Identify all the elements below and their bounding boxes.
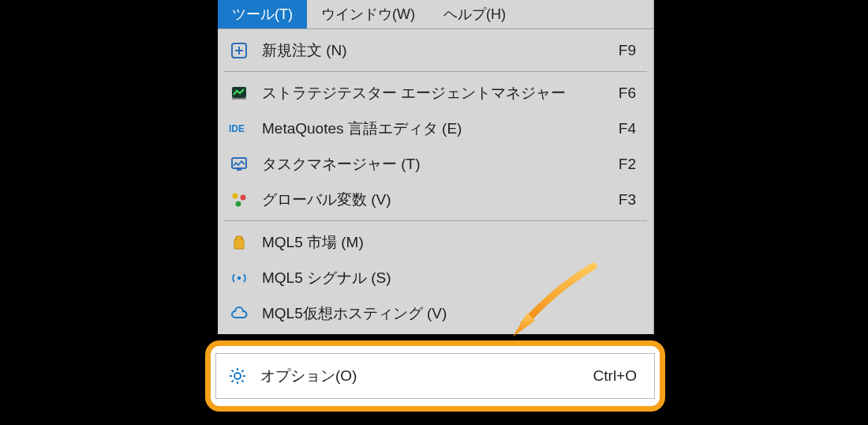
market-icon [229,232,249,253]
ide-icon: IDE [229,118,249,139]
svg-line-19 [232,380,234,382]
options-icon [227,366,248,386]
menubar-label: ウインドウ(W) [321,6,415,22]
menu-separator [224,71,647,72]
menubar-item-help[interactable]: ヘルプ(H) [429,0,520,28]
menu-item-mql5-signals[interactable]: MQL5 シグナル (S) [218,260,653,295]
menu-separator [224,220,647,221]
menu-item-options[interactable]: オプション(O) Ctrl+O [215,353,655,399]
svg-line-18 [241,380,243,382]
svg-point-10 [236,201,241,206]
menu-item-label: MQL5 市場 (M) [262,232,598,253]
menu-item-global-variables[interactable]: グローバル変数 (V) F3 [218,182,653,217]
strategy-tester-icon [229,83,249,103]
task-manager-icon [229,154,249,175]
menubar: ツール(T) ウインドウ(W) ヘルプ(H) [218,0,653,29]
menu-item-mql5-market[interactable]: MQL5 市場 (M) [218,224,653,260]
svg-line-20 [241,370,243,372]
svg-point-12 [234,373,241,379]
menu-item-strategy-tester[interactable]: ストラテジテスター エージェントマネジャー F6 [218,75,653,111]
menu-item-label: MetaQuotes 言語エディタ (E) [262,118,598,139]
svg-line-17 [232,370,234,372]
cloud-icon [229,303,249,324]
new-order-icon [229,40,249,61]
menu-item-new-order[interactable]: 新規注文 (N) F9 [218,32,653,68]
menu-item-label: オプション(O) [260,366,593,386]
menu-item-label: 新規注文 (N) [262,40,598,61]
menu-item-label: ストラテジテスター エージェントマネジャー [262,83,598,103]
svg-point-11 [238,276,241,279]
menu-item-label: MQL5 シグナル (S) [262,268,598,288]
menubar-label: ヘルプ(H) [443,6,506,22]
svg-point-9 [241,194,246,200]
tools-menu-window: ツール(T) ウインドウ(W) ヘルプ(H) 新規注文 (N) F9 ストラテジ… [218,0,654,334]
menu-item-label: タスクマネージャー (T) [262,154,598,175]
svg-rect-7 [237,169,241,171]
menubar-item-window[interactable]: ウインドウ(W) [307,0,429,28]
menu-item-label: MQL5仮想ホスティング (V) [262,303,598,324]
menu-item-shortcut: F2 [598,156,636,173]
menu-item-label: グローバル変数 (V) [262,190,598,210]
menu-item-shortcut: F3 [598,191,636,209]
svg-rect-4 [232,98,246,100]
menu-item-shortcut: Ctrl+O [593,367,637,385]
menubar-label: ツール(T) [232,6,293,22]
signals-icon [229,268,249,288]
menu-item-shortcut: F4 [598,120,636,137]
menu-item-metaquotes-editor[interactable]: IDE MetaQuotes 言語エディタ (E) F4 [218,111,653,146]
svg-point-8 [233,193,238,198]
menu-item-shortcut: F9 [598,42,636,59]
menu-item-shortcut: F6 [598,85,636,102]
global-variables-icon [229,190,249,210]
menu-item-task-manager[interactable]: タスクマネージャー (T) F2 [218,146,653,182]
tools-dropdown: 新規注文 (N) F9 ストラテジテスター エージェントマネジャー F6 IDE… [218,29,653,334]
highlight-frame: オプション(O) Ctrl+O [205,340,665,412]
menubar-item-tools[interactable]: ツール(T) [218,0,307,28]
menu-item-mql5-hosting[interactable]: MQL5仮想ホスティング (V) [218,295,653,331]
svg-text:IDE: IDE [229,123,245,134]
